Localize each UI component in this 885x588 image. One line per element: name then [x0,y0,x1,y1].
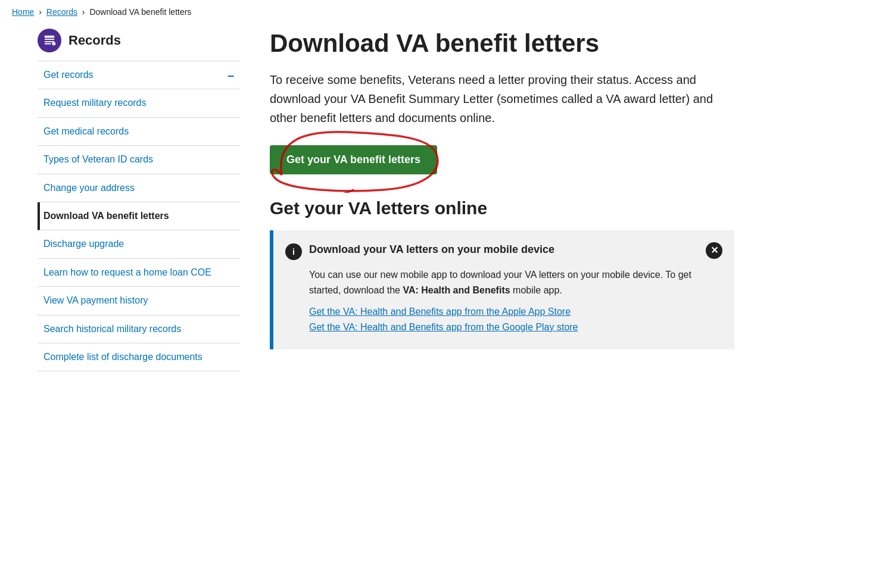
sidebar-item-veteran-id-cards[interactable]: Types of Veteran ID cards [38,146,240,174]
breadcrumb: Home › Records › Download VA benefit let… [0,0,885,23]
info-box-header: i Download your VA letters on your mobil… [285,242,722,260]
breadcrumb-home-link[interactable]: Home [12,7,34,17]
sidebar-item-get-records[interactable]: Get records – [38,61,240,89]
svg-rect-3 [45,43,51,45]
sidebar-link-payment-history[interactable]: View VA payment history [38,287,240,314]
close-icon-symbol: ✕ [711,246,718,255]
sidebar-header: ✓ Records [38,29,240,61]
sidebar-item-request-military-records[interactable]: Request military records [38,89,240,117]
sidebar-item-discharge-upgrade[interactable]: Discharge upgrade [38,230,240,258]
cta-area: Get your VA benefit letters [270,145,437,174]
intro-text: To receive some benefits, Veterans need … [270,70,734,127]
info-box-body-suffix: mobile app. [510,285,562,295]
records-icon: ✓ [38,29,61,52]
records-svg-icon: ✓ [43,34,56,47]
sidebar-link-discharge-upgrade[interactable]: Discharge upgrade [38,230,240,258]
info-box-body: You can use our new mobile app to downlo… [285,267,722,298]
info-box-links: Get the VA: Health and Benefits app from… [285,306,722,333]
sidebar-link-get-records[interactable]: Get records [38,61,240,89]
sidebar-item-historical-military-records[interactable]: Search historical military records [38,315,240,343]
sidebar-link-get-medical-records[interactable]: Get medical records [38,118,240,145]
sidebar-link-request-military-records[interactable]: Request military records [38,89,240,117]
get-va-benefit-letters-button[interactable]: Get your VA benefit letters [270,145,437,174]
sidebar-navigation: Get records – Request military records G… [38,61,240,371]
svg-text:✓: ✓ [52,43,55,46]
sidebar-title: Records [68,33,121,48]
info-box: i Download your VA letters on your mobil… [270,230,734,349]
sidebar-link-veteran-id-cards[interactable]: Types of Veteran ID cards [38,146,240,173]
section-title: Get your VA letters online [270,198,847,218]
breadcrumb-records-link[interactable]: Records [46,7,77,17]
close-button[interactable]: ✕ [706,242,722,259]
sidebar-link-download-benefit-letters[interactable]: Download VA benefit letters [40,202,240,230]
sidebar-link-change-address[interactable]: Change your address [38,174,240,202]
sidebar-item-payment-history[interactable]: View VA payment history [38,287,240,315]
page-title: Download VA benefit letters [270,29,847,58]
breadcrumb-separator-2: › [82,7,85,17]
svg-rect-0 [45,36,55,38]
page-layout: ✓ Records Get records – Request military… [26,23,859,371]
info-box-title: Download your VA letters on your mobile … [309,242,699,257]
sidebar-item-home-loan-coe[interactable]: Learn how to request a home loan COE [38,259,240,287]
sidebar-link-home-loan-coe[interactable]: Learn how to request a home loan COE [38,259,240,286]
info-icon: i [285,243,302,260]
google-play-link[interactable]: Get the VA: Health and Benefits app from… [309,322,722,333]
sidebar-item-download-benefit-letters[interactable]: Download VA benefit letters [38,202,240,230]
sidebar-link-discharge-documents[interactable]: Complete list of discharge documents [38,343,240,371]
info-box-body-bold: VA: Health and Benefits [403,285,510,295]
main-content: Download VA benefit letters To receive s… [258,23,847,371]
info-icon-letter: i [292,247,295,257]
sidebar-link-historical-military-records[interactable]: Search historical military records [38,315,240,343]
svg-rect-1 [45,39,55,40]
apple-app-store-link[interactable]: Get the VA: Health and Benefits app from… [309,306,722,317]
breadcrumb-separator-1: › [39,7,42,17]
sidebar-item-discharge-documents[interactable]: Complete list of discharge documents [38,343,240,371]
svg-rect-2 [45,41,55,42]
sidebar-item-get-medical-records[interactable]: Get medical records [38,118,240,146]
sidebar-item-change-address[interactable]: Change your address [38,174,240,202]
sidebar: ✓ Records Get records – Request military… [38,23,258,371]
dash-indicator: – [228,68,234,82]
breadcrumb-current: Download VA benefit letters [89,7,191,17]
